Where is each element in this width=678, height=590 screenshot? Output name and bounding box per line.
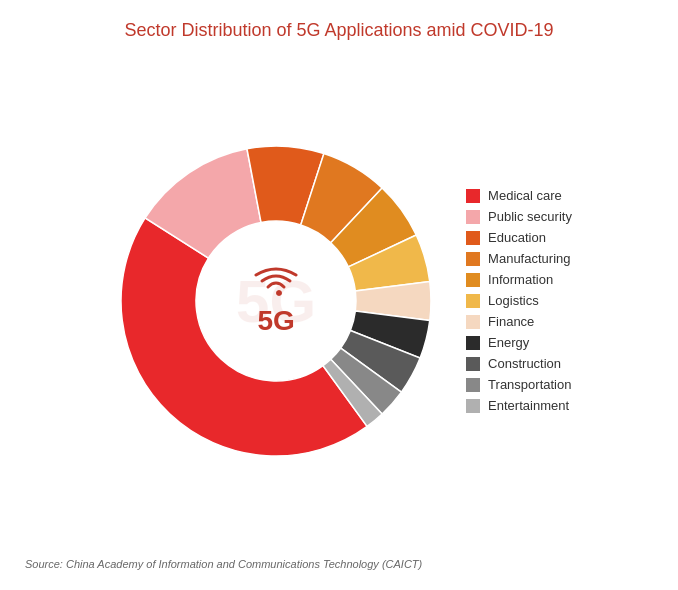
legend-color-swatch [466,231,480,245]
legend-color-swatch [466,294,480,308]
legend-label: Education [488,230,546,245]
legend-color-swatch [466,336,480,350]
legend-item: Energy [466,335,572,350]
donut-chart: 5G 5G [106,131,446,471]
legend-color-swatch [466,189,480,203]
legend-item: Public security [466,209,572,224]
legend-item: Medical care [466,188,572,203]
legend-label: Medical care [488,188,562,203]
legend-color-swatch [466,378,480,392]
wifi-icon [254,265,298,305]
legend: Medical care Public security Education M… [466,188,572,413]
chart-area: 5G 5G Medical care Public security Educa… [20,51,658,550]
legend-item: Logistics [466,293,572,308]
legend-label: Public security [488,209,572,224]
legend-color-swatch [466,357,480,371]
main-container: Sector Distribution of 5G Applications a… [0,0,678,590]
legend-item: Construction [466,356,572,371]
legend-label: Finance [488,314,534,329]
legend-label: Transportation [488,377,571,392]
donut-center: 5G [254,265,298,337]
legend-item: Education [466,230,572,245]
legend-label: Logistics [488,293,539,308]
source-text: Source: China Academy of Information and… [20,558,658,570]
legend-color-swatch [466,210,480,224]
legend-item: Information [466,272,572,287]
legend-label: Energy [488,335,529,350]
legend-item: Entertainment [466,398,572,413]
legend-label: Information [488,272,553,287]
legend-item: Finance [466,314,572,329]
legend-color-swatch [466,273,480,287]
legend-color-swatch [466,399,480,413]
legend-label: Entertainment [488,398,569,413]
legend-label: Construction [488,356,561,371]
5g-label: 5G [254,305,298,337]
chart-segment [121,217,367,455]
legend-item: Manufacturing [466,251,572,266]
legend-color-swatch [466,252,480,266]
legend-item: Transportation [466,377,572,392]
chart-title: Sector Distribution of 5G Applications a… [20,20,658,41]
legend-label: Manufacturing [488,251,570,266]
legend-color-swatch [466,315,480,329]
